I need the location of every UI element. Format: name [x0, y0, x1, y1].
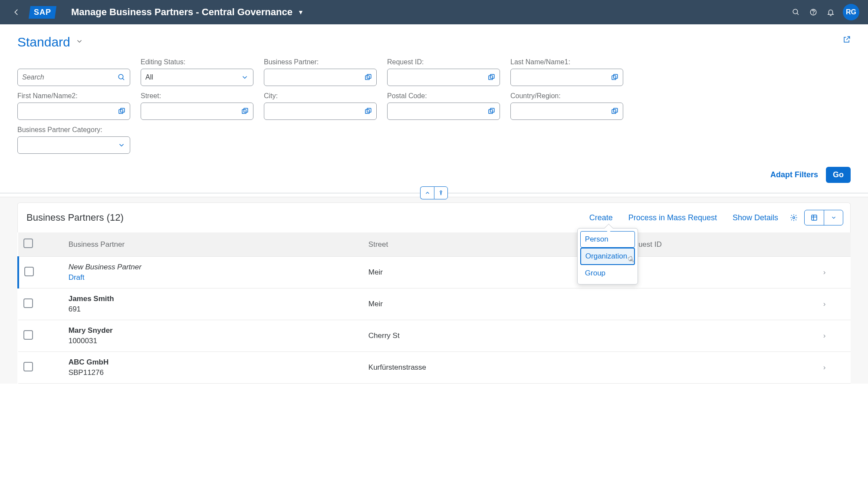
create-menu-group[interactable]: Group	[580, 265, 635, 282]
filter-business-partner: Business Partner:	[264, 58, 377, 86]
editing-status-value	[145, 73, 237, 81]
row-sub[interactable]: Draft	[69, 273, 358, 282]
adapt-filters-button[interactable]: Adapt Filters	[770, 170, 818, 179]
create-menu-organization[interactable]: Organization ☟	[580, 248, 635, 265]
svg-line-5	[122, 78, 124, 80]
row-checkbox[interactable]	[24, 267, 34, 276]
editing-status-select[interactable]	[141, 69, 253, 86]
value-help-icon[interactable]	[241, 107, 249, 115]
go-button[interactable]: Go	[826, 167, 851, 183]
search-icon[interactable]	[787, 3, 805, 21]
first-name-input[interactable]	[17, 103, 130, 120]
collapse-header-button[interactable]	[420, 186, 434, 199]
column-request-id[interactable]: uest ID	[633, 232, 798, 257]
table-row[interactable]: Mary Snyder1000031Cherry St›	[18, 320, 851, 352]
help-icon[interactable]	[805, 3, 822, 21]
postal-code-input[interactable]	[387, 103, 500, 120]
city-input[interactable]	[264, 103, 377, 120]
export-menu-button[interactable]	[824, 210, 843, 225]
page-header: Standard	[0, 24, 868, 50]
pin-header-button[interactable]	[434, 186, 448, 199]
value-help-icon[interactable]	[611, 107, 618, 115]
checkbox[interactable]	[23, 239, 33, 248]
table-title: Business Partners (12)	[26, 212, 124, 223]
settings-icon[interactable]	[786, 210, 802, 225]
country-field[interactable]	[515, 107, 607, 115]
row-checkbox[interactable]	[23, 330, 33, 340]
filter-postal-code: Postal Code:	[387, 92, 500, 120]
postal-code-field[interactable]	[392, 107, 484, 115]
city-field[interactable]	[269, 107, 361, 115]
table-row[interactable]: ABC GmbHSBP11276Kurfürstenstrasse›	[18, 352, 851, 384]
row-nav-chevron[interactable]: ›	[798, 288, 851, 320]
select-all-header[interactable]	[18, 232, 63, 257]
value-help-icon[interactable]	[487, 107, 495, 115]
request-id-input[interactable]	[387, 69, 500, 86]
filter-first-name: First Name/Name2:	[17, 92, 130, 120]
create-label: Create	[589, 213, 613, 222]
filter-country: Country/Region:	[510, 92, 623, 120]
process-mass-button[interactable]: Process in Mass Request	[621, 213, 725, 222]
business-partner-field[interactable]	[269, 73, 361, 81]
value-help-icon[interactable]	[487, 73, 495, 81]
create-menu-person[interactable]: Person	[580, 231, 635, 248]
export-split-button	[804, 210, 843, 225]
filter-label: Country/Region:	[510, 92, 623, 100]
chevron-down-icon	[241, 73, 249, 81]
last-name-input[interactable]	[510, 69, 623, 86]
last-name-field[interactable]	[515, 73, 607, 81]
filter-bp-category: Business Partner Category:	[17, 126, 130, 154]
value-help-icon[interactable]	[611, 73, 618, 81]
business-partners-table: Business Partner Street uest ID New Busi…	[17, 232, 851, 384]
value-help-icon[interactable]	[364, 107, 372, 115]
row-checkbox[interactable]	[23, 362, 33, 371]
table-header-row: Business Partner Street uest ID	[18, 232, 851, 257]
filter-label: City:	[264, 92, 377, 100]
shell-title[interactable]: Manage Business Partners - Central Gover…	[71, 7, 304, 18]
filter-collapse-bar	[0, 191, 868, 195]
street-field[interactable]	[145, 107, 237, 115]
street-input[interactable]	[141, 103, 253, 120]
user-avatar[interactable]: RG	[843, 4, 859, 20]
row-name: James Smith	[69, 295, 358, 303]
bp-category-select[interactable]	[17, 136, 130, 154]
search-icon[interactable]	[118, 73, 125, 81]
notification-icon[interactable]	[822, 3, 839, 21]
filter-search	[17, 58, 130, 86]
create-menu: Person Organization ☟ Group	[577, 228, 638, 285]
export-button[interactable]	[805, 210, 824, 225]
row-nav-chevron[interactable]: ›	[798, 352, 851, 384]
request-id-field[interactable]	[392, 73, 484, 81]
value-help-icon[interactable]	[364, 73, 372, 81]
chevron-down-icon	[118, 141, 125, 149]
country-input[interactable]	[510, 103, 623, 120]
row-nav-chevron[interactable]: ›	[798, 320, 851, 352]
table-row[interactable]: James Smith691Meir›	[18, 288, 851, 320]
share-icon[interactable]	[843, 35, 851, 46]
create-button[interactable]: Create Person Organization ☟ Group	[582, 213, 621, 222]
row-checkbox[interactable]	[23, 298, 33, 308]
filter-label: Postal Code:	[387, 92, 500, 100]
cursor-icon: ☟	[626, 254, 635, 265]
table-section: Business Partners (12) Create Person Org…	[0, 197, 868, 384]
svg-point-3	[813, 13, 814, 14]
back-button[interactable]	[9, 4, 24, 20]
show-details-button[interactable]: Show Details	[725, 213, 786, 222]
first-name-field[interactable]	[22, 107, 114, 115]
svg-line-1	[797, 13, 799, 15]
bp-category-field[interactable]	[22, 141, 114, 149]
search-input-wrap[interactable]	[17, 69, 130, 86]
variant-selector[interactable]: Standard	[17, 35, 83, 50]
row-nav-chevron[interactable]: ›	[798, 257, 851, 288]
search-input[interactable]	[22, 73, 114, 81]
value-help-icon[interactable]	[118, 107, 125, 115]
filter-label: Business Partner:	[264, 58, 377, 66]
svg-point-22	[793, 217, 795, 219]
business-partner-input[interactable]	[264, 69, 377, 86]
row-name: ABC GmbH	[69, 358, 358, 367]
row-street: Cherry St	[363, 320, 633, 352]
variant-name: Standard	[17, 35, 70, 50]
table-row[interactable]: New Business PartnerDraftMeir›	[18, 257, 851, 288]
column-bp[interactable]: Business Partner	[63, 232, 363, 257]
filter-city: City:	[264, 92, 377, 120]
